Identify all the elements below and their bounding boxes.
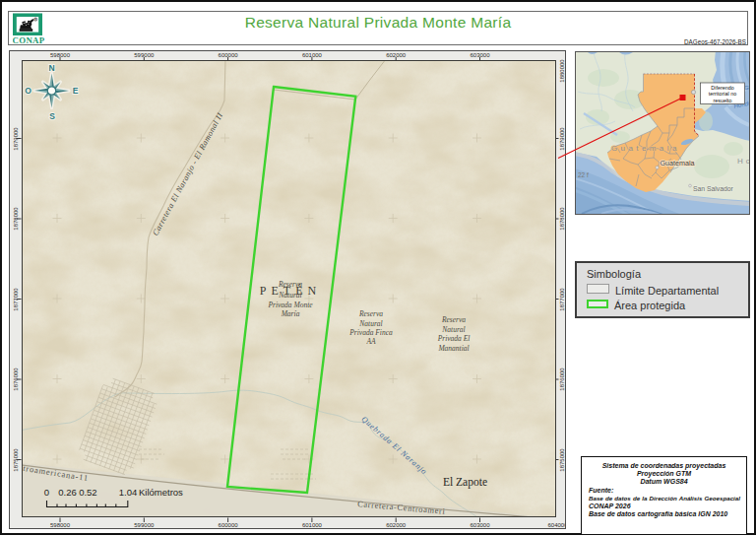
svg-text:N: N — [48, 62, 54, 72]
svg-text:0.26: 0.26 — [58, 487, 77, 498]
svg-text:Privada El: Privada El — [436, 334, 470, 343]
svg-text:0: 0 — [43, 487, 48, 498]
svg-text:Manantial: Manantial — [437, 343, 469, 352]
svg-text:territorial no: territorial no — [709, 91, 736, 97]
svg-text:resuelto: resuelto — [713, 98, 731, 103]
svg-text:R: R — [34, 18, 36, 22]
svg-text:22 f: 22 f — [578, 171, 589, 178]
svg-text:Reserva: Reserva — [277, 280, 301, 289]
svg-text:Natural: Natural — [358, 318, 382, 327]
svg-text:Privada Monte: Privada Monte — [267, 301, 313, 309]
svg-text:CONAP: CONAP — [13, 35, 45, 45]
svg-text:Ho: Ho — [737, 157, 749, 166]
svg-text:Reserva: Reserva — [357, 309, 382, 318]
svg-text:Guatemala: Guatemala — [611, 144, 680, 153]
svg-text:E: E — [72, 86, 78, 96]
svg-text:Kilómetros: Kilómetros — [139, 487, 183, 498]
svg-text:San Salvador: San Salvador — [693, 185, 734, 192]
svg-text:Guatemala: Guatemala — [660, 159, 694, 168]
svg-text:El Zapote: El Zapote — [443, 476, 487, 489]
svg-text:1.04: 1.04 — [118, 487, 137, 498]
svg-text:María: María — [280, 309, 299, 318]
svg-text:Privada Finca: Privada Finca — [348, 328, 393, 337]
svg-text:Reserva: Reserva — [440, 315, 465, 324]
svg-text:O: O — [25, 86, 32, 96]
svg-text:AA: AA — [365, 337, 376, 346]
svg-text:Natural: Natural — [441, 324, 465, 333]
svg-text:0.52: 0.52 — [79, 487, 97, 498]
svg-text:Natural: Natural — [278, 291, 301, 300]
svg-text:Diferendo: Diferendo — [711, 85, 733, 91]
svg-text:S: S — [49, 110, 55, 120]
